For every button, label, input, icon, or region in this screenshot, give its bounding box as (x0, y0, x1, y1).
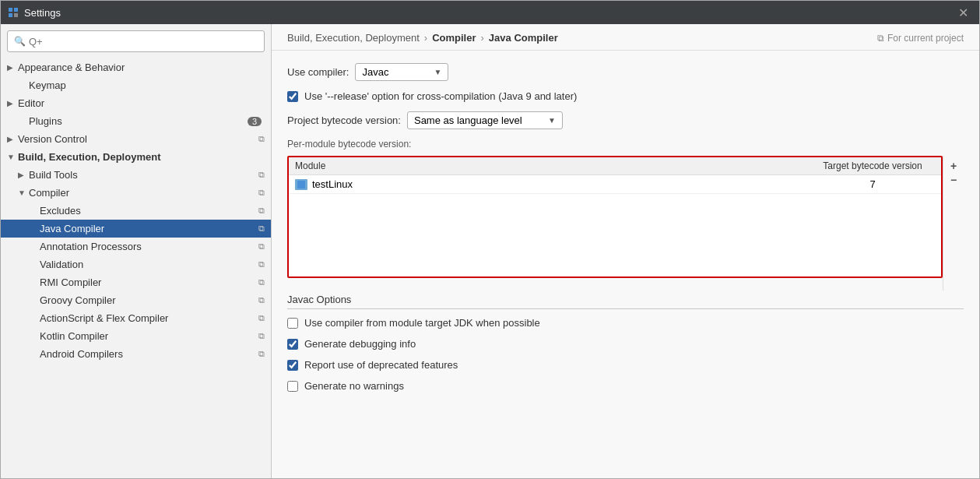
sidebar-item-groovy-compiler[interactable]: Groovy Compiler ⧉ (1, 291, 271, 309)
svg-rect-2 (9, 13, 12, 17)
sidebar-item-label: Build Tools (29, 169, 255, 181)
use-compiler-row: Use compiler: Javac ▼ (287, 63, 964, 81)
release-option-checkbox[interactable] (287, 91, 298, 102)
sidebar-item-label: Appearance & Behavior (18, 62, 265, 73)
javac-checkbox-row-0: Use compiler from module target JDK when… (287, 317, 964, 329)
use-compiler-module-checkbox[interactable] (287, 318, 298, 329)
gen-debug-checkbox[interactable] (287, 339, 298, 350)
svg-rect-0 (9, 8, 12, 12)
for-current-project: ⧉ For current project (877, 33, 964, 44)
bytecode-table-wrap: Module Target bytecode version testLinux… (287, 156, 964, 291)
search-input[interactable] (29, 36, 258, 48)
sidebar-item-label: Java Compiler (40, 223, 255, 234)
add-row-button[interactable]: + (947, 159, 961, 173)
chevron-icon: ▶ (7, 63, 18, 72)
col-version-header: Target bytecode version (810, 160, 935, 171)
no-warnings-checkbox[interactable] (287, 381, 298, 392)
no-warnings-label: Generate no warnings (304, 380, 404, 392)
sidebar-item-rmi-compiler[interactable]: RMI Compiler ⧉ (1, 273, 271, 291)
javac-checkbox-row-3: Generate no warnings (287, 380, 964, 392)
sidebar-item-version-control[interactable]: ▶ Version Control ⧉ (1, 130, 271, 148)
copy-icon: ⧉ (258, 349, 265, 359)
sidebar-item-build-tools[interactable]: ▶ Build Tools ⧉ (1, 166, 271, 184)
copy-icon: ⧉ (258, 259, 265, 269)
for-current-label: For current project (887, 33, 964, 44)
panel-content: Use compiler: Javac ▼ Use '--release' op… (272, 51, 979, 478)
settings-dialog: Settings ✕ 🔍 ▶ Appearance & Behavior Key… (0, 0, 980, 479)
chevron-down-icon: ▼ (7, 153, 18, 161)
plugins-badge: 3 (248, 117, 262, 126)
chevron-icon: ▶ (7, 135, 18, 143)
chevron-down-icon: ▼ (18, 188, 29, 197)
module-icon (295, 179, 307, 190)
col-module-header: Module (295, 160, 810, 171)
copy-icon: ⧉ (258, 206, 265, 216)
sidebar-item-validation[interactable]: Validation ⧉ (1, 255, 271, 273)
chevron-icon: ▶ (7, 99, 18, 107)
sidebar-item-label: ActionScript & Flex Compiler (40, 312, 255, 324)
sidebar-item-actionscript[interactable]: ActionScript & Flex Compiler ⧉ (1, 309, 271, 327)
search-box[interactable]: 🔍 (7, 30, 265, 52)
dialog-title: Settings (24, 7, 954, 19)
sidebar-item-kotlin-compiler[interactable]: Kotlin Compiler ⧉ (1, 327, 271, 345)
release-option-label: Use '--release' option for cross-compila… (304, 90, 577, 102)
copy-icon: ⧉ (258, 241, 265, 252)
sidebar-item-build-execution[interactable]: ▼ Build, Execution, Deployment (1, 148, 271, 166)
compiler-value: Javac (362, 66, 388, 78)
svg-rect-1 (14, 8, 18, 12)
dropdown-arrow-icon: ▼ (548, 116, 556, 125)
table-header: Module Target bytecode version (289, 157, 941, 175)
sidebar-item-label: Version Control (18, 133, 255, 145)
copy-icon: ⧉ (258, 313, 265, 323)
sidebar-item-editor[interactable]: ▶ Editor (1, 94, 271, 112)
report-deprecated-checkbox[interactable] (287, 360, 298, 371)
sidebar-item-java-compiler[interactable]: Java Compiler ⧉ (1, 220, 271, 238)
remove-row-button[interactable]: − (947, 173, 961, 187)
sidebar-item-annotation-processors[interactable]: Annotation Processors ⧉ (1, 238, 271, 255)
svg-rect-3 (14, 13, 18, 17)
breadcrumb-part-2: Compiler (432, 32, 476, 44)
copy-icon: ⧉ (258, 295, 265, 305)
table-body: testLinux 7 (289, 175, 941, 276)
sidebar-item-label: Plugins (29, 115, 248, 127)
gen-debug-label: Generate debugging info (304, 338, 416, 350)
sidebar-item-label: Annotation Processors (40, 241, 255, 252)
use-compiler-module-label: Use compiler from module target JDK when… (304, 317, 540, 329)
sidebar-item-label: Groovy Compiler (40, 294, 255, 306)
sidebar-item-compiler[interactable]: ▼ Compiler ⧉ (1, 184, 271, 202)
module-version: 7 (810, 178, 935, 190)
bytecode-version-dropdown[interactable]: Same as language level ▼ (407, 111, 563, 129)
sidebar-item-label: Editor (18, 97, 265, 109)
release-option-row: Use '--release' option for cross-compila… (287, 90, 964, 102)
sidebar-item-label: Android Compilers (40, 348, 255, 360)
sidebar-item-appearance[interactable]: ▶ Appearance & Behavior (1, 58, 271, 76)
breadcrumb-part-1: Build, Execution, Deployment (287, 32, 420, 44)
table-row[interactable]: testLinux 7 (289, 175, 941, 194)
close-button[interactable]: ✕ (954, 4, 973, 22)
sidebar-item-plugins[interactable]: Plugins 3 (1, 112, 271, 130)
compiler-dropdown[interactable]: Javac ▼ (355, 63, 448, 81)
search-icon: 🔍 (14, 36, 26, 47)
title-bar: Settings ✕ (1, 1, 979, 24)
sidebar-item-label: Kotlin Compiler (40, 330, 255, 342)
bytecode-version-row: Project bytecode version: Same as langua… (287, 111, 964, 129)
sidebar-item-label: Validation (40, 259, 255, 270)
breadcrumb: Build, Execution, Deployment › Compiler … (272, 24, 979, 51)
sidebar-item-label: Excludes (40, 205, 255, 217)
dropdown-arrow-icon: ▼ (434, 68, 442, 76)
copy-icon: ⧉ (258, 277, 265, 287)
copy-icon: ⧉ (258, 170, 265, 180)
sidebar-item-android-compilers[interactable]: Android Compilers ⧉ (1, 345, 271, 363)
dialog-body: 🔍 ▶ Appearance & Behavior Keymap ▶ Edito… (1, 24, 979, 478)
module-name: testLinux (312, 178, 810, 190)
settings-icon (7, 6, 19, 19)
bytecode-version-label: Project bytecode version: (287, 114, 401, 126)
bytecode-table: Module Target bytecode version testLinux… (287, 156, 943, 278)
sidebar-item-excludes[interactable]: Excludes ⧉ (1, 202, 271, 220)
javac-options-title: Javac Options (287, 294, 964, 309)
copy-icon: ⧉ (258, 331, 265, 341)
breadcrumb-sep-2: › (481, 32, 484, 44)
sidebar-item-keymap[interactable]: Keymap (1, 76, 271, 94)
bytecode-version-value: Same as language level (414, 114, 522, 126)
per-module-label: Per-module bytecode version: (287, 139, 964, 150)
